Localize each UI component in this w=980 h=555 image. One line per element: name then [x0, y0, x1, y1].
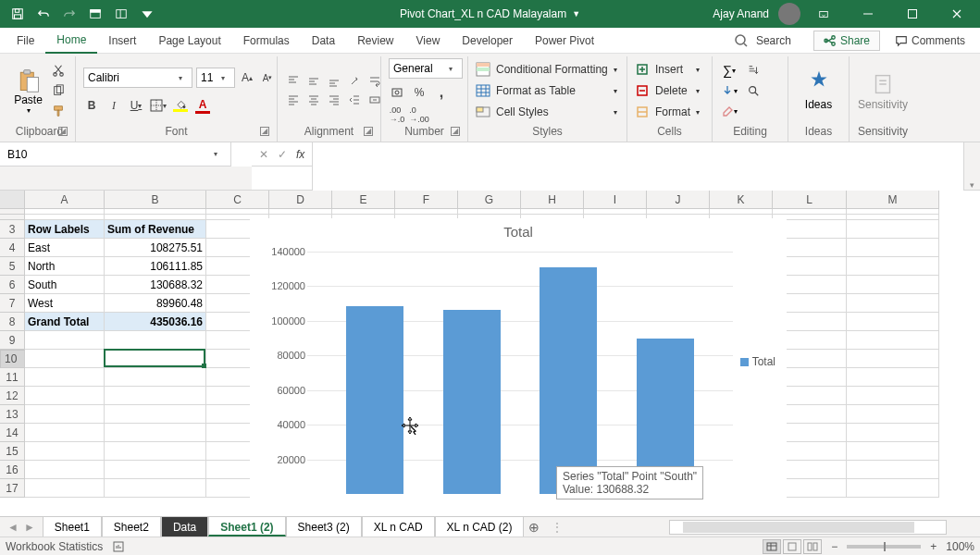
sheet-tab[interactable]: Data	[161, 516, 208, 536]
find-select-button[interactable]	[744, 82, 763, 99]
col-header[interactable]: M	[847, 191, 939, 209]
cell[interactable]	[847, 239, 939, 257]
cell[interactable]	[847, 220, 939, 239]
normal-view-button[interactable]	[763, 539, 781, 554]
cell[interactable]	[25, 350, 105, 368]
border-button[interactable]: ▾	[150, 97, 167, 114]
autosum-button[interactable]: ∑▾	[720, 62, 738, 79]
cell[interactable]: 130688.32	[105, 276, 206, 294]
cell[interactable]	[847, 331, 939, 350]
qa-icon-1[interactable]	[83, 2, 107, 26]
cell[interactable]: East	[25, 239, 105, 257]
cell[interactable]: 435036.16	[105, 313, 206, 331]
zoom-level[interactable]: 100%	[946, 540, 974, 553]
save-icon[interactable]	[6, 2, 30, 26]
tab-scroll-right-icon[interactable]: ►	[24, 521, 35, 534]
share-button[interactable]: Share	[813, 31, 880, 51]
tab-formulas[interactable]: Formulas	[232, 29, 301, 53]
row-header[interactable]: 8	[0, 313, 25, 331]
col-header[interactable]: H	[521, 191, 584, 209]
page-layout-view-button[interactable]	[783, 539, 801, 554]
title-dropdown-icon[interactable]: ▼	[572, 9, 580, 18]
row-header[interactable]: 3	[0, 220, 25, 239]
col-header[interactable]: C	[206, 191, 269, 209]
decrease-decimal-button[interactable]: .0→.00	[411, 106, 428, 123]
col-header[interactable]: E	[332, 191, 395, 209]
row-header[interactable]: 11	[0, 368, 25, 387]
tab-power-pivot[interactable]: Power Pivot	[524, 29, 605, 53]
tab-home[interactable]: Home	[45, 28, 97, 54]
cell[interactable]: North	[25, 257, 105, 276]
delete-cells-button[interactable]: Delete▾	[635, 81, 700, 100]
fx-icon[interactable]: fx	[296, 148, 304, 161]
increase-font-button[interactable]: A▴	[239, 69, 255, 86]
row-header[interactable]: 6	[0, 276, 25, 294]
cell[interactable]: 108275.51	[105, 239, 206, 257]
font-color-button[interactable]: A	[194, 97, 211, 114]
cancel-formula-icon[interactable]: ✕	[259, 148, 268, 161]
tab-data[interactable]: Data	[301, 29, 346, 53]
tab-page-layout[interactable]: Page Layout	[147, 29, 231, 53]
close-icon[interactable]	[936, 0, 978, 28]
align-left-button[interactable]	[285, 92, 302, 107]
qat-dropdown-icon[interactable]	[135, 2, 159, 26]
search-button[interactable]: Search	[723, 28, 802, 54]
chart-bar[interactable]	[346, 306, 403, 494]
cell[interactable]	[105, 461, 206, 479]
cell[interactable]	[25, 368, 105, 387]
expand-formula-icon[interactable]: ▾	[963, 142, 980, 190]
cell[interactable]	[105, 331, 206, 350]
format-cells-button[interactable]: Format▾	[635, 103, 700, 121]
comma-button[interactable]: ,	[433, 84, 450, 101]
tab-developer[interactable]: Developer	[451, 29, 524, 53]
cell[interactable]	[105, 479, 206, 498]
cell[interactable]: South	[25, 276, 105, 294]
orientation-button[interactable]	[346, 74, 363, 89]
tab-scroll-left-icon[interactable]: ◄	[7, 521, 19, 534]
fill-button[interactable]: ▾	[720, 82, 738, 99]
cell[interactable]	[847, 313, 939, 331]
cell[interactable]	[105, 442, 206, 461]
launcher-icon[interactable]: ◢	[260, 127, 269, 136]
cell[interactable]	[847, 294, 939, 313]
select-all-corner[interactable]	[0, 191, 25, 209]
pivot-chart[interactable]: Total 2000040000600008000010000012000014…	[250, 218, 787, 505]
cell[interactable]: Row Labels▾	[25, 220, 105, 239]
fill-color-button[interactable]	[172, 97, 189, 114]
cell[interactable]: 106111.85	[105, 257, 206, 276]
sheet-tab[interactable]: Sheet1 (2)	[208, 516, 285, 536]
sheet-tab[interactable]: XL n CAD	[362, 516, 435, 536]
cell[interactable]	[25, 442, 105, 461]
cell[interactable]	[25, 461, 105, 479]
launcher-icon[interactable]: ◢	[451, 127, 460, 136]
page-break-view-button[interactable]	[803, 539, 822, 554]
enter-formula-icon[interactable]: ✓	[278, 148, 287, 161]
cell[interactable]	[25, 331, 105, 350]
launcher-icon[interactable]: ◢	[58, 127, 68, 136]
row-header[interactable]: 4	[0, 239, 25, 257]
decrease-indent-button[interactable]	[346, 92, 363, 107]
row-header[interactable]: 14	[0, 424, 25, 442]
align-right-button[interactable]	[326, 92, 342, 107]
name-box[interactable]: ▾	[0, 142, 231, 166]
cell[interactable]	[847, 387, 939, 405]
cell[interactable]	[847, 350, 939, 368]
sheet-tab[interactable]: Sheet3 (2)	[286, 516, 362, 536]
minimize-icon[interactable]	[847, 0, 889, 28]
col-header[interactable]: B	[105, 191, 206, 209]
cell[interactable]	[847, 479, 939, 498]
bold-button[interactable]: B	[83, 97, 100, 114]
chevron-down-icon[interactable]: ▾	[214, 150, 223, 158]
chart-bar[interactable]	[443, 310, 501, 494]
sheet-tab[interactable]: XL n CAD (2)	[435, 516, 525, 536]
format-as-table-button[interactable]: Format as Table▾	[476, 81, 617, 100]
cell[interactable]	[847, 368, 939, 387]
conditional-formatting-button[interactable]: Conditional Formatting▾	[476, 60, 617, 79]
cell[interactable]: West	[25, 294, 105, 313]
insert-cells-button[interactable]: Insert▾	[635, 60, 700, 79]
cell[interactable]: Grand Total	[25, 313, 105, 331]
undo-icon[interactable]	[31, 2, 56, 26]
cell[interactable]	[25, 479, 105, 498]
paste-button[interactable]: Paste ▾	[11, 68, 45, 115]
cell-styles-button[interactable]: Cell Styles▾	[476, 103, 617, 121]
